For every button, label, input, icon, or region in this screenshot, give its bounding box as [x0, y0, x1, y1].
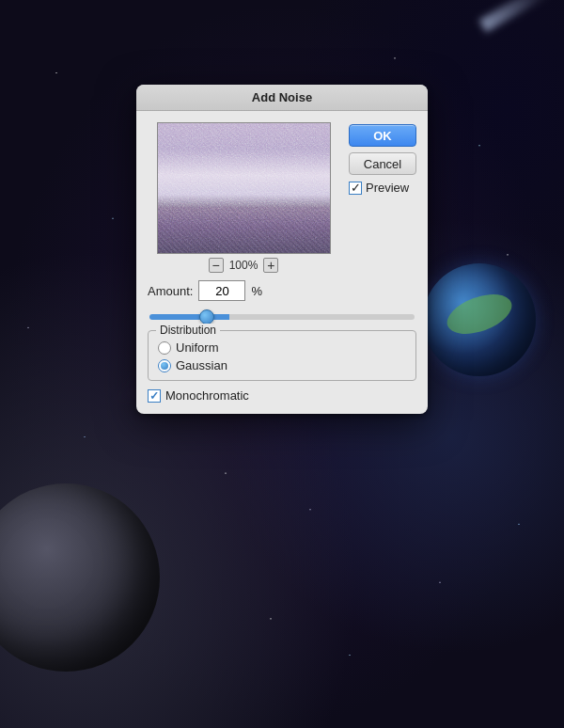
monochromatic-label: Monochromatic [165, 388, 249, 403]
preview-checkbox-label: Preview [366, 181, 409, 195]
dialog-body: − 100% + OK Cancel ✓ P [136, 111, 428, 414]
preview-section: − 100% + [148, 122, 339, 273]
distribution-group: Distribution Uniform Gaussian [148, 330, 416, 381]
dialog-title: Add Noise [136, 85, 428, 111]
radio-selected-dot [161, 362, 168, 370]
uniform-label: Uniform [176, 340, 219, 355]
gaussian-radio-row: Gaussian [158, 358, 406, 372]
dialog-title-text: Add Noise [252, 90, 312, 104]
monochromatic-checkbox[interactable]: ✓ [148, 389, 161, 403]
amount-slider[interactable] [149, 314, 415, 320]
zoom-in-button[interactable]: + [263, 258, 278, 273]
uniform-radio[interactable] [158, 341, 171, 355]
gaussian-label: Gaussian [176, 358, 227, 372]
amount-input[interactable] [198, 280, 245, 301]
gaussian-radio[interactable] [158, 359, 171, 372]
slider-row [148, 309, 416, 323]
zoom-level-label: 100% [229, 259, 258, 272]
add-noise-dialog: Add Noise − 100% + [136, 85, 428, 414]
distribution-legend: Distribution [156, 324, 220, 337]
buttons-section: OK Cancel ✓ Preview [349, 122, 416, 273]
preview-controls: − 100% + [209, 258, 279, 273]
monochromatic-row: ✓ Monochromatic [148, 388, 416, 403]
amount-label: Amount: [148, 284, 193, 298]
zoom-out-button[interactable]: − [209, 258, 224, 273]
uniform-radio-row: Uniform [158, 340, 406, 355]
preview-and-buttons: − 100% + OK Cancel ✓ P [148, 122, 416, 273]
preview-checkbox-row: ✓ Preview [349, 181, 416, 195]
amount-row: Amount: % [148, 280, 416, 301]
cancel-button[interactable]: Cancel [349, 152, 416, 175]
dialog-overlay: Add Noise − 100% + [0, 0, 564, 728]
amount-unit: % [251, 284, 262, 298]
preview-checkbox[interactable]: ✓ [349, 182, 362, 195]
ok-button[interactable]: OK [349, 124, 416, 147]
preview-image[interactable] [157, 122, 331, 254]
